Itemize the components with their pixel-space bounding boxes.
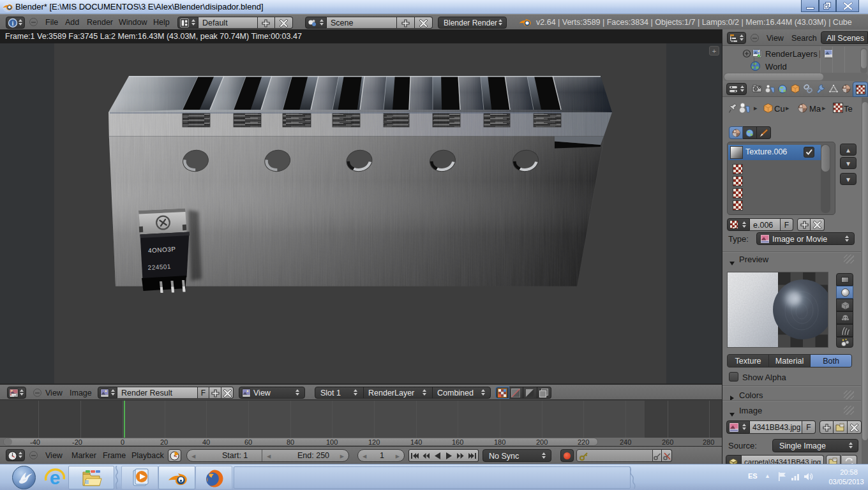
svg-text:224501: 224501 [147,263,171,271]
svg-text:i: i [12,20,14,27]
